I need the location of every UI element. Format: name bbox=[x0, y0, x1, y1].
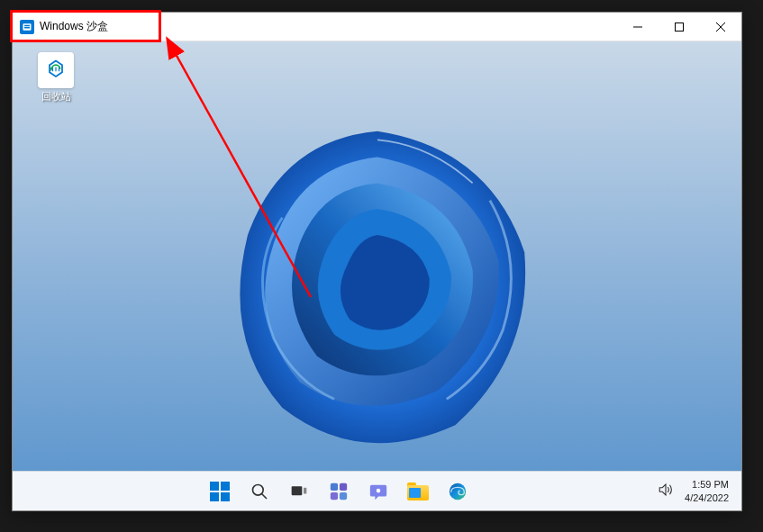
recycle-bin-image bbox=[38, 52, 74, 88]
svg-rect-14 bbox=[331, 491, 338, 499]
chat-button[interactable] bbox=[360, 475, 396, 508]
edge-icon bbox=[448, 482, 468, 501]
svg-line-9 bbox=[262, 493, 267, 498]
date-text: 4/24/2022 bbox=[685, 491, 729, 504]
system-tray: 1:59 PM 4/24/2022 bbox=[658, 478, 734, 504]
widgets-icon bbox=[329, 482, 349, 501]
svg-rect-15 bbox=[340, 491, 347, 499]
task-view-icon bbox=[290, 482, 308, 500]
svg-rect-12 bbox=[331, 482, 338, 490]
svg-rect-1 bbox=[24, 24, 30, 26]
widgets-button[interactable] bbox=[321, 475, 357, 508]
title-bar[interactable]: Windows 沙盒 bbox=[13, 13, 741, 41]
clock[interactable]: 1:59 PM 4/24/2022 bbox=[685, 478, 729, 504]
windows-bloom-wallpaper bbox=[161, 62, 594, 472]
sound-button[interactable] bbox=[658, 482, 674, 501]
svg-rect-4 bbox=[676, 23, 684, 31]
recycle-bin-icon[interactable]: 回收站 bbox=[29, 52, 83, 104]
svg-rect-10 bbox=[292, 486, 303, 495]
recycle-bin-label: 回收站 bbox=[29, 90, 83, 104]
time-text: 1:59 PM bbox=[685, 478, 729, 491]
file-explorer-button[interactable] bbox=[400, 475, 436, 508]
start-button[interactable] bbox=[202, 475, 238, 508]
maximize-button[interactable] bbox=[659, 13, 700, 41]
close-button[interactable] bbox=[700, 13, 741, 41]
edge-button[interactable] bbox=[440, 475, 476, 508]
svg-point-16 bbox=[377, 488, 381, 492]
folder-icon bbox=[407, 482, 429, 500]
minimize-button[interactable] bbox=[617, 13, 659, 41]
svg-rect-11 bbox=[304, 487, 306, 493]
search-button[interactable] bbox=[241, 475, 277, 508]
taskbar-center bbox=[20, 475, 658, 508]
window-title: Windows 沙盒 bbox=[40, 19, 617, 34]
chat-icon bbox=[368, 482, 388, 501]
speaker-icon bbox=[658, 482, 674, 498]
windows-logo-icon bbox=[210, 482, 230, 501]
task-view-button[interactable] bbox=[281, 475, 317, 508]
taskbar: 1:59 PM 4/24/2022 bbox=[13, 471, 741, 510]
svg-rect-2 bbox=[24, 27, 30, 29]
sandbox-window: Windows 沙盒 bbox=[12, 12, 742, 511]
window-controls bbox=[617, 13, 741, 41]
sandbox-app-icon bbox=[20, 20, 34, 34]
desktop-area[interactable]: 回收站 bbox=[13, 41, 741, 471]
svg-point-17 bbox=[450, 482, 466, 499]
search-icon bbox=[250, 482, 268, 500]
svg-rect-13 bbox=[340, 482, 347, 490]
